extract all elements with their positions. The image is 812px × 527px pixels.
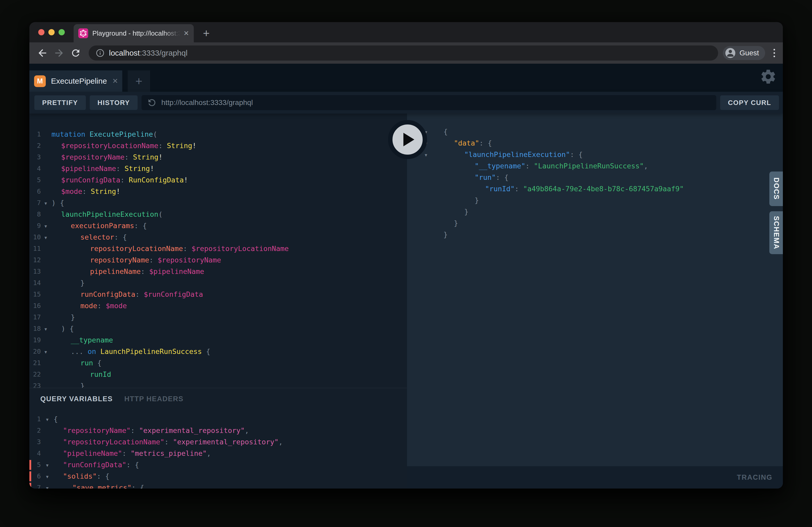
code-line[interactable]: 7▾"save_metrics": {	[29, 482, 407, 488]
code-line[interactable]: 1mutation ExecutePipeline(	[29, 129, 407, 140]
address-bar[interactable]: localhost:3333/graphql	[89, 45, 718, 61]
fold-arrow-icon[interactable]: ▾	[44, 323, 47, 335]
fold-arrow-icon[interactable]: ▾	[44, 232, 47, 243]
code-line[interactable]: "runId": "a49b864a-79e2-4be8-b78c-687457…	[407, 183, 783, 195]
code-line[interactable]: }	[407, 195, 783, 206]
fold-arrow-icon[interactable]: ▾	[425, 149, 427, 161]
code-line[interactable]: 14}	[29, 277, 407, 289]
code-line[interactable]: 2"repositoryName": "experimental_reposit…	[29, 425, 407, 436]
code-line[interactable]: 5$runConfigData: RunConfigData!	[29, 175, 407, 186]
code-line[interactable]: 7▾) {	[29, 197, 407, 209]
code-text: "solids": {	[63, 471, 110, 482]
code-line[interactable]: 12repositoryName: $repositoryName	[29, 254, 407, 266]
code-line[interactable]: 21run {	[29, 357, 407, 369]
line-number: 16	[29, 300, 41, 312]
tab-close-icon[interactable]: ✕	[183, 29, 189, 37]
code-line[interactable]: ▾{	[407, 126, 783, 137]
code-line[interactable]: 15runConfigData: $runConfigData	[29, 289, 407, 300]
tab-query-variables[interactable]: QUERY VARIABLES	[40, 395, 113, 403]
code-line[interactable]: 22runId	[29, 369, 407, 380]
query-editor-pane[interactable]: 1mutation ExecutePipeline(2$repositoryLo…	[29, 114, 407, 488]
code-line[interactable]: 8launchPipelineExecution(	[29, 209, 407, 220]
fold-arrow-icon[interactable]: ▾	[46, 414, 49, 425]
tab-http-headers[interactable]: HTTP HEADERS	[124, 395, 184, 403]
settings-gear-icon[interactable]	[760, 68, 777, 85]
code-line[interactable]: 4$pipelineName: String!	[29, 163, 407, 175]
new-tab-button[interactable]: +	[200, 28, 213, 40]
code-text: {	[54, 413, 58, 425]
playground-tab-label: ExecutePipeline	[51, 77, 111, 86]
code-line[interactable]: 6▾"solids": {	[29, 471, 407, 482]
maximize-window-button[interactable]	[59, 29, 65, 35]
variables-code[interactable]: 1▾{2"repositoryName": "experimental_repo…	[29, 413, 407, 488]
reload-icon[interactable]	[68, 46, 83, 60]
code-line[interactable]: }	[407, 229, 783, 240]
code-line[interactable]: 20▾... on LaunchPipelineRunSuccess {	[29, 346, 407, 357]
code-line[interactable]: 9▾executionParams: {	[29, 220, 407, 231]
code-text: launchPipelineExecution(	[61, 209, 162, 220]
code-text: ) {	[61, 323, 74, 334]
line-number: 10	[29, 231, 41, 243]
code-line[interactable]: 4"pipelineName": "metrics_pipeline",	[29, 448, 407, 459]
browser-menu-icon[interactable]	[772, 47, 777, 59]
tab-schema[interactable]: SCHEMA	[769, 211, 783, 254]
line-number: 17	[29, 312, 41, 323]
code-line[interactable]: 1▾{	[29, 413, 407, 425]
fold-arrow-icon[interactable]: ▾	[44, 197, 47, 209]
code-text: ) {	[52, 197, 64, 209]
tab-docs[interactable]: DOCS	[769, 171, 783, 206]
code-text: }	[71, 312, 75, 323]
code-text: pipelineName: $pipelineName	[90, 266, 204, 277]
code-line[interactable]: }	[407, 217, 783, 229]
code-line[interactable]: 3$repositoryName: String!	[29, 151, 407, 163]
code-line[interactable]: 17}	[29, 312, 407, 323]
profile-button[interactable]: Guest	[723, 46, 765, 60]
site-info-icon[interactable]	[96, 48, 105, 58]
code-line[interactable]: ▾"launchPipelineExecution": {	[407, 149, 783, 160]
code-line[interactable]: 13pipelineName: $pipelineName	[29, 266, 407, 277]
code-line[interactable]: }	[407, 206, 783, 217]
code-line[interactable]: 19__typename	[29, 334, 407, 346]
line-number: 21	[29, 357, 41, 369]
minimize-window-button[interactable]	[48, 29, 55, 35]
code-line[interactable]: "run": {	[407, 172, 783, 183]
code-line[interactable]: 6$mode: String!	[29, 186, 407, 197]
close-window-button[interactable]	[38, 29, 44, 35]
line-number: 5	[29, 175, 41, 186]
code-line[interactable]: 23}	[29, 380, 407, 388]
line-number: 18	[29, 323, 41, 334]
code-line[interactable]: ▾"data": {	[407, 137, 783, 149]
execute-play-button[interactable]	[388, 120, 427, 159]
query-code[interactable]: 1mutation ExecutePipeline(2$repositoryLo…	[29, 114, 407, 388]
fold-arrow-icon[interactable]: ▾	[46, 460, 49, 471]
code-line[interactable]: 5▾"runConfigData": {	[29, 459, 407, 471]
copy-curl-button[interactable]: COPY CURL	[720, 95, 779, 110]
code-text: $mode: String!	[61, 186, 120, 197]
fold-arrow-icon[interactable]: ▾	[46, 482, 49, 488]
playground-new-tab-button[interactable]: +	[128, 71, 150, 92]
fold-arrow-icon[interactable]: ▾	[46, 471, 49, 482]
code-line[interactable]: 11repositoryLocationName: $repositoryLoc…	[29, 243, 407, 254]
history-replay-icon[interactable]	[147, 97, 157, 108]
prettify-button[interactable]: PRETTIFY	[34, 95, 86, 110]
fold-arrow-icon[interactable]: ▾	[44, 346, 47, 358]
history-button[interactable]: HISTORY	[90, 95, 138, 110]
tracing-label[interactable]: TRACING	[737, 473, 772, 482]
line-number: 3	[29, 436, 41, 448]
code-line[interactable]: 16mode: $mode	[29, 300, 407, 312]
line-number: 3	[29, 151, 41, 163]
line-number: 14	[29, 277, 41, 289]
code-line[interactable]: 3"repositoryLocationName": "experimental…	[29, 436, 407, 448]
code-line[interactable]: 10▾selector: {	[29, 231, 407, 243]
playground-tab-executepipeline[interactable]: M ExecutePipeline ✕	[29, 71, 122, 92]
forward-icon[interactable]	[52, 46, 66, 60]
playground-tab-close-icon[interactable]: ✕	[112, 77, 118, 85]
graphql-playground: M ExecutePipeline ✕ + PRETTIFY HISTORY h…	[29, 64, 783, 488]
fold-arrow-icon[interactable]: ▾	[44, 220, 47, 232]
code-line[interactable]: "__typename": "LaunchPipelineRunSuccess"…	[407, 160, 783, 172]
endpoint-field[interactable]: http://localhost:3333/graphql	[142, 95, 716, 110]
browser-tab[interactable]: Playground - http://localhost:3 ✕	[74, 24, 194, 42]
code-line[interactable]: 18▾) {	[29, 323, 407, 334]
back-icon[interactable]	[35, 46, 50, 60]
code-line[interactable]: 2$repositoryLocationName: String!	[29, 140, 407, 151]
